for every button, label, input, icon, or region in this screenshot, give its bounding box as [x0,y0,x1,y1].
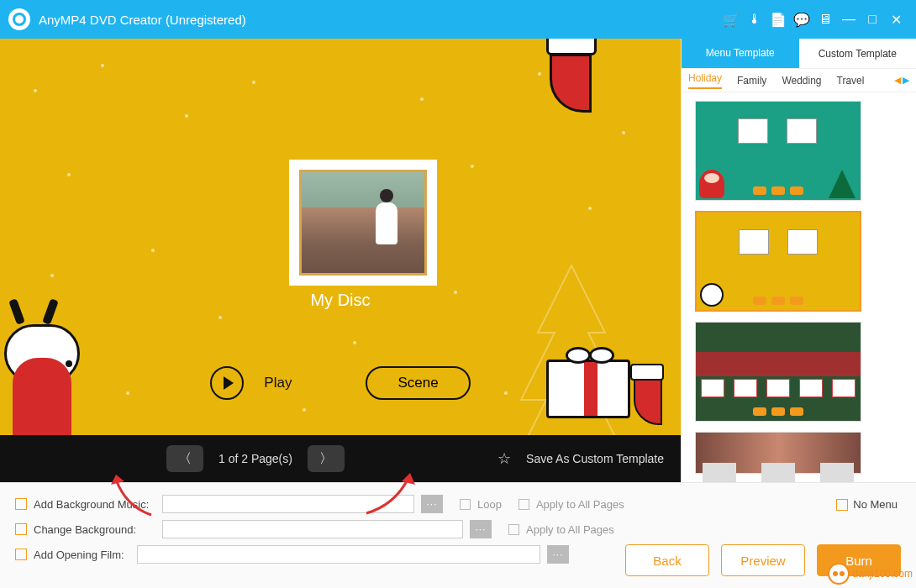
display-icon[interactable]: 🖥 [813,8,837,31]
next-page-button[interactable]: 〉 [308,445,345,472]
change-bg-checkbox[interactable] [15,523,27,535]
category-holiday[interactable]: Holiday [688,72,722,89]
video-thumbnail [299,170,427,276]
bg-music-apply-checkbox[interactable] [519,499,529,510]
maximize-icon[interactable]: □ [861,8,884,31]
tab-menu-template[interactable]: Menu Template [682,39,799,68]
category-family[interactable]: Family [737,75,766,87]
opening-film-checkbox[interactable] [15,549,27,560]
opening-film-browse-button[interactable]: ··· [547,545,569,564]
bottom-options: Add Background Music: ··· Loop Apply to … [0,482,916,588]
change-bg-browse-button[interactable]: ··· [470,520,492,538]
loop-label: Loop [477,498,502,511]
change-bg-field[interactable] [162,520,463,538]
close-icon[interactable]: ✕ [884,8,908,31]
stocking-decoration [538,39,605,123]
category-travel[interactable]: Travel [837,75,865,87]
menu-preview: My Disc Play Scene [0,39,681,435]
scene-button[interactable]: Scene [366,366,470,400]
change-bg-apply-checkbox[interactable] [508,524,519,535]
title-bar: AnyMP4 DVD Creator (Unregistered) 🛒 🌡 📄 … [0,0,916,39]
template-panel: Menu Template Custom Template Holiday Fa… [681,39,916,482]
app-logo [8,8,30,30]
bg-music-field[interactable] [162,495,414,513]
category-scroll-left[interactable]: ◀ [894,75,901,86]
bg-music-checkbox[interactable] [15,498,27,510]
video-thumbnail-frame[interactable] [289,160,437,286]
category-wedding[interactable]: Wedding [782,75,821,87]
bg-music-label: Add Background Music: [34,498,155,511]
template-thumb-3[interactable] [695,322,861,422]
template-type-tabs: Menu Template Custom Template [682,39,916,69]
tab-custom-template[interactable]: Custom Template [799,39,917,68]
bg-music-browse-button[interactable]: ··· [421,495,443,513]
loop-checkbox[interactable] [460,499,471,510]
play-button[interactable]: Play [264,375,292,391]
minimize-icon[interactable]: — [837,8,861,31]
app-title: AnyMP4 DVD Creator (Unregistered) [39,13,246,27]
main-area: My Disc Play Scene 〈 1 of 2 Page(s) 〉 ☆ … [0,39,916,482]
burn-button[interactable]: Burn [817,544,901,576]
no-menu-checkbox[interactable] [836,499,848,511]
no-menu-label: No Menu [853,498,898,511]
prev-page-button[interactable]: 〈 [166,445,203,472]
template-thumb-4[interactable] [695,432,861,474]
preview-column: My Disc Play Scene 〈 1 of 2 Page(s) 〉 ☆ … [0,39,681,482]
template-category-bar: Holiday Family Wedding Travel ◀▶ [682,69,916,92]
change-bg-label: Change Background: [34,523,155,536]
thermometer-icon[interactable]: 🌡 [743,8,766,31]
opening-film-field[interactable] [137,545,540,564]
preview-button[interactable]: Preview [721,544,805,576]
play-icon-button[interactable] [210,366,244,400]
page-icon[interactable]: 📄 [766,8,790,31]
bg-music-apply-label: Apply to All Pages [536,498,624,511]
opening-film-label: Add Opening Film: [34,549,130,561]
template-thumb-1[interactable] [695,101,861,201]
template-thumbnails [682,92,916,482]
back-button[interactable]: Back [625,544,709,576]
category-scroll-right[interactable]: ▶ [903,75,909,86]
chat-icon[interactable]: 💬 [790,8,813,31]
save-as-template-button[interactable]: Save As Custom Template [526,452,664,465]
disc-title[interactable]: My Disc [0,291,681,310]
star-icon[interactable]: ☆ [497,449,511,468]
pager-bar: 〈 1 of 2 Page(s) 〉 ☆ Save As Custom Temp… [0,435,681,482]
change-bg-apply-label: Apply to All Pages [526,523,614,536]
page-indicator: 1 of 2 Page(s) [218,452,292,465]
template-thumb-2[interactable] [695,211,861,311]
cart-icon[interactable]: 🛒 [719,8,743,31]
